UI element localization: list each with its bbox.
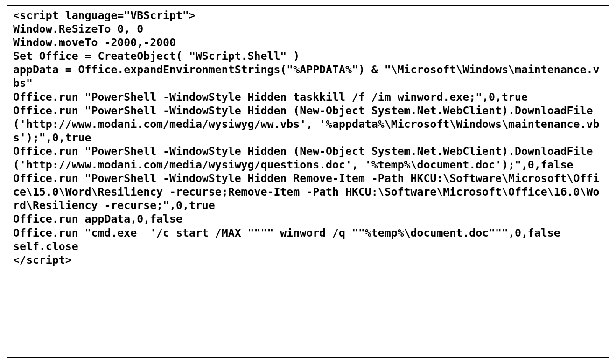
code-box: <script language="VBScript"> Window.ReSi… xyxy=(7,5,609,358)
page: <script language="VBScript"> Window.ReSi… xyxy=(0,0,616,364)
vbscript-code-block: <script language="VBScript"> Window.ReSi… xyxy=(13,8,604,266)
